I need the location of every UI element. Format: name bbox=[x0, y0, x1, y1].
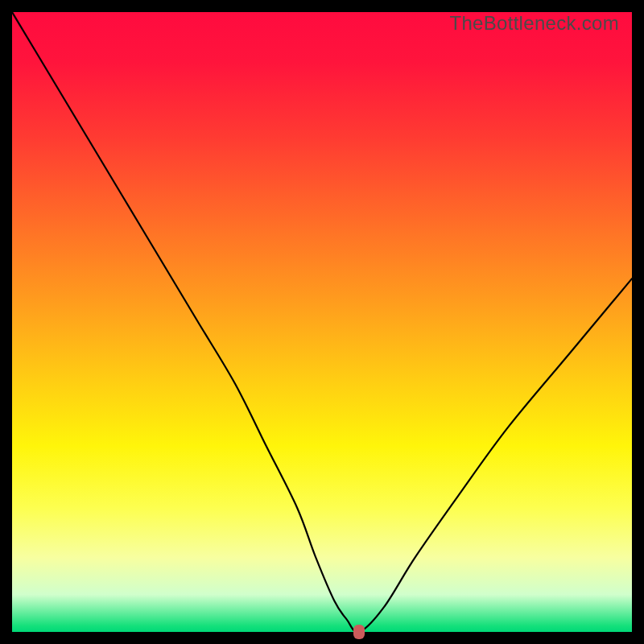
optimal-point-marker bbox=[353, 625, 365, 639]
chart-frame: TheBottleneck.com bbox=[0, 0, 644, 644]
bottleneck-curve bbox=[12, 12, 632, 632]
plot-area: TheBottleneck.com bbox=[12, 12, 632, 632]
